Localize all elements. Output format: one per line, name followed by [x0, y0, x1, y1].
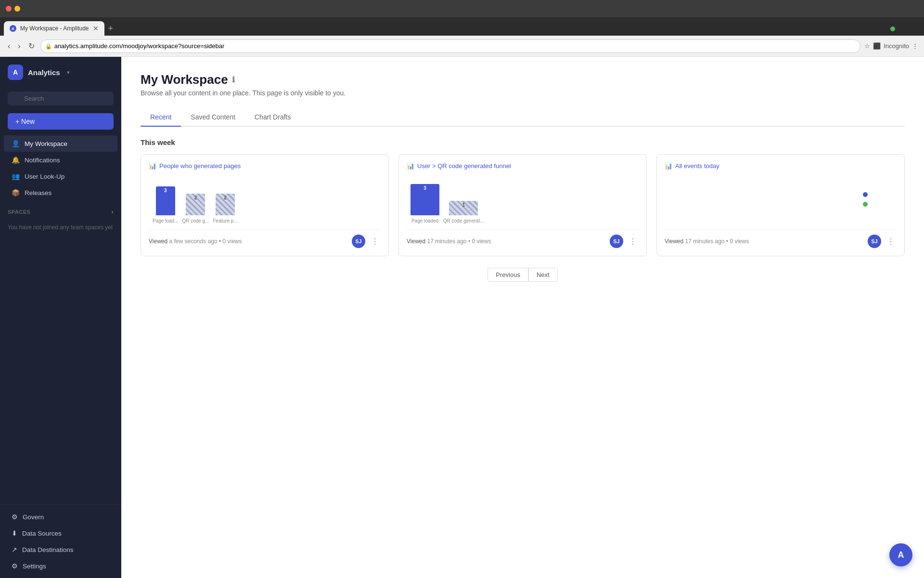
- card-2-more-button[interactable]: ⋮: [627, 236, 639, 247]
- card-people-generated-pages[interactable]: 📊 People who generated pages 3 Page load…: [141, 154, 389, 256]
- card-1-chart: 3 Page load... 2 QR code g... 2 Feature …: [149, 175, 381, 223]
- user-lookup-icon: 👥: [12, 172, 20, 180]
- dot-green: [863, 202, 868, 207]
- dot-blue: [863, 192, 868, 197]
- spaces-arrow: ›: [112, 209, 114, 215]
- my-workspace-icon: 👤: [12, 140, 20, 147]
- bar-4-label: Page loaded: [411, 218, 438, 223]
- tab-close-button[interactable]: ✕: [93, 25, 99, 32]
- data-destinations-icon: ↗: [12, 546, 17, 553]
- releases-icon: 📦: [12, 189, 20, 197]
- amplitude-logo: A: [8, 65, 23, 80]
- card-3-chart: [665, 175, 897, 223]
- bar-group-4: 3 Page loaded: [411, 184, 439, 223]
- data-sources-icon: ⬇: [12, 529, 17, 537]
- bar-5-label: QR code generat...: [443, 218, 484, 223]
- sidebar-search-area: 🔍: [0, 88, 121, 109]
- settings-icon: ⚙: [12, 562, 18, 570]
- browser-nav: ‹ › ↻ 🔒 ☆ ⬛ Incognito ⋮: [0, 36, 924, 57]
- govern-icon: ⚙: [12, 513, 18, 521]
- sidebar-item-data-destinations[interactable]: ↗ Data Destinations: [4, 541, 117, 558]
- spaces-label: SPACES: [8, 209, 30, 215]
- card-1-avatar: SJ: [352, 235, 365, 248]
- address-bar[interactable]: [40, 39, 861, 53]
- sidebar-item-my-workspace[interactable]: 👤 My Workspace: [4, 135, 117, 152]
- sidebar-item-govern[interactable]: ⚙ Govern: [4, 509, 117, 525]
- cast-icon[interactable]: ⬛: [873, 42, 881, 50]
- card-3-actions: SJ ⋮: [868, 235, 897, 248]
- sidebar-item-user-lookup-label: User Look-Up: [25, 173, 64, 180]
- tab-saved-content[interactable]: Saved Content: [181, 108, 245, 127]
- sidebar-item-notifications[interactable]: 🔔 Notifications: [4, 152, 117, 168]
- sidebar-header[interactable]: A Analytics ▾: [0, 57, 121, 88]
- search-input[interactable]: [8, 92, 114, 105]
- data-destinations-label: Data Destinations: [22, 546, 74, 553]
- bar-4: 3: [411, 184, 439, 215]
- app: A Analytics ▾ 🔍 + New 👤 My Workspace 🔔 N…: [0, 57, 924, 578]
- browser-chrome: [0, 0, 924, 17]
- browser-tab[interactable]: A My Workspace - Amplitude ✕: [4, 21, 104, 36]
- card-2-footer: Viewed 17 minutes ago • 0 views SJ ⋮: [407, 229, 639, 248]
- sidebar-item-user-lookup[interactable]: 👥 User Look-Up: [4, 168, 117, 184]
- browser-dots: [6, 6, 20, 12]
- tab-chart-drafts[interactable]: Chart Drafts: [245, 108, 300, 127]
- bookmark-icon[interactable]: ☆: [864, 42, 870, 50]
- bar-3: 2: [216, 194, 235, 215]
- bar-3-label: Feature p...: [213, 218, 238, 223]
- card-2-title: 📊 User > QR code generated funnel: [407, 162, 639, 170]
- tab-recent[interactable]: Recent: [141, 108, 181, 127]
- card-all-events[interactable]: 📊 All events today Viewed 17 minutes ago…: [656, 154, 905, 256]
- card-1-views: 0 views: [222, 238, 242, 245]
- sidebar: A Analytics ▾ 🔍 + New 👤 My Workspace 🔔 N…: [0, 57, 121, 578]
- bar-1-label: Page load...: [153, 218, 178, 223]
- pagination: Previous Next: [141, 268, 905, 282]
- sidebar-item-releases[interactable]: 📦 Releases: [4, 184, 117, 201]
- card-2-viewed-time: 17 minutes ago: [427, 238, 466, 245]
- previous-button[interactable]: Previous: [488, 268, 528, 282]
- maximize-dot[interactable]: [890, 26, 895, 31]
- new-tab-button[interactable]: +: [104, 22, 117, 36]
- bar-2: 2: [186, 194, 205, 215]
- card-qr-funnel[interactable]: 📊 User > QR code generated funnel 3 Page…: [398, 154, 647, 256]
- card-2-chart-icon: 📊: [407, 162, 414, 170]
- card-1-footer: Viewed a few seconds ago • 0 views SJ ⋮: [149, 229, 381, 248]
- spaces-section[interactable]: SPACES ›: [0, 203, 121, 217]
- address-bar-wrap: 🔒: [40, 39, 861, 53]
- bar-group-2: 2 QR code g...: [182, 194, 209, 223]
- app-name: Analytics: [28, 68, 60, 77]
- card-1-title-text: People who generated pages: [159, 162, 241, 170]
- floating-amplitude-button[interactable]: A: [889, 543, 912, 566]
- page-info-icon[interactable]: ℹ: [232, 75, 235, 84]
- card-1-actions: SJ ⋮: [352, 235, 381, 248]
- minimize-dot[interactable]: [14, 6, 20, 12]
- menu-icon[interactable]: ⋮: [912, 42, 918, 50]
- sidebar-item-my-workspace-label: My Workspace: [25, 140, 67, 147]
- sidebar-item-releases-label: Releases: [25, 189, 51, 197]
- page-title: My Workspace ℹ: [141, 72, 905, 87]
- reload-button[interactable]: ↻: [26, 39, 37, 53]
- bar-1: 3: [156, 186, 175, 215]
- card-3-footer: Viewed 17 minutes ago • 0 views SJ ⋮: [665, 229, 897, 248]
- card-2-viewed-label: Viewed: [407, 238, 425, 245]
- next-button[interactable]: Next: [528, 268, 558, 282]
- cards-grid: 📊 People who generated pages 3 Page load…: [141, 154, 905, 256]
- forward-button[interactable]: ›: [16, 40, 22, 53]
- sidebar-item-data-sources[interactable]: ⬇ Data Sources: [4, 525, 117, 541]
- card-1-chart-icon: 📊: [149, 162, 156, 170]
- bar-group-1: 3 Page load...: [153, 186, 178, 223]
- card-3-more-button[interactable]: ⋮: [885, 236, 897, 247]
- back-button[interactable]: ‹: [6, 40, 12, 53]
- card-3-title: 📊 All events today: [665, 162, 897, 170]
- close-dot[interactable]: [6, 6, 12, 12]
- bar-2-label: QR code g...: [182, 218, 209, 223]
- card-2-viewed: Viewed 17 minutes ago • 0 views: [407, 238, 491, 245]
- card-1-more-button[interactable]: ⋮: [369, 236, 381, 247]
- card-3-title-text: All events today: [675, 162, 719, 170]
- app-name-caret: ▾: [67, 69, 70, 76]
- search-wrap: 🔍: [8, 92, 114, 105]
- sidebar-item-settings[interactable]: ⚙ Settings: [4, 558, 117, 574]
- notifications-icon: 🔔: [12, 156, 20, 164]
- tab-bar: A My Workspace - Amplitude ✕ +: [0, 17, 924, 36]
- card-2-title-text: User > QR code generated funnel: [417, 162, 511, 170]
- new-button[interactable]: + New: [8, 113, 114, 130]
